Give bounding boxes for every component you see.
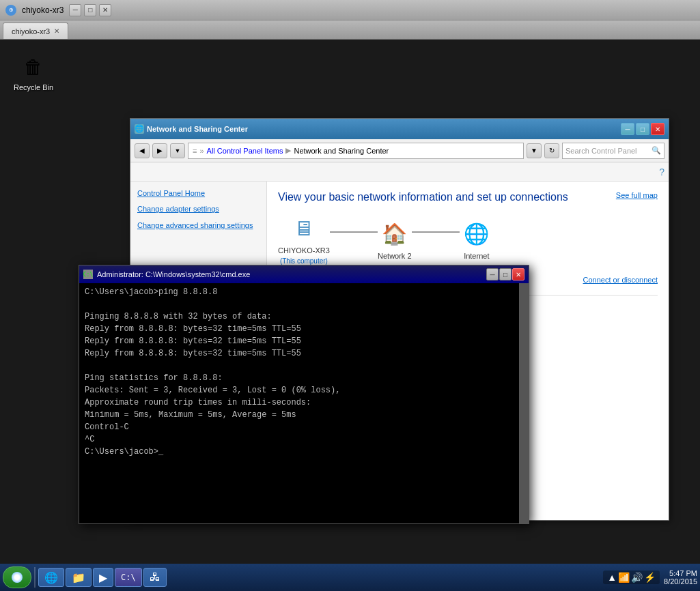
breadcrumb-current: Network and Sharing Center [294,147,389,155]
cp-header: View your basic network information and … [278,191,568,203]
clock-time: 5:47 PM [669,569,697,577]
cp-win-buttons: ─ □ ✕ [621,123,664,135]
cp-titlebar: 🌐 Network and Sharing Center ─ □ ✕ [130,119,669,139]
address-dropdown-btn[interactable]: ▼ [527,143,542,158]
cp-minimize-btn[interactable]: ─ [621,123,634,135]
systray-expand-icon[interactable]: ▲ [607,572,617,583]
cmd-line: C:\Users\jacob>ping 8.8.8.8 [85,286,514,298]
network-diagram: 🖥 CHIYOKO-XR3 (This computer) 🏠 Network … [278,213,658,265]
taskbar-btn-network[interactable]: 🖧 [143,568,167,587]
cmd-line: Reply from 8.8.8.8: bytes=32 time=5ms TT… [85,323,514,335]
internet-label: Internet [464,252,489,260]
folder-icon: 📁 [72,571,85,584]
start-orb-icon [12,572,23,583]
network-taskbar-icon: 🖧 [150,571,160,583]
recycle-bin-graphic: 🗑 [20,53,47,81]
system-clock[interactable]: 5:47 PM 8/20/2015 [664,569,697,586]
cmd-title: Administrator: C:\Windows\system32\cmd.e… [97,270,250,278]
recycle-bin-label: Recycle Bin [14,83,53,91]
cmd-line: Reply from 8.8.8.8: bytes=32 time=5ms TT… [85,335,514,347]
taskbar-divider-1 [34,567,36,588]
cmd-line: Ping statistics for 8.8.8.8: [85,372,514,384]
cp-addressbar: ◀ ▶ ▼ ≡ » All Control Panel Items ▶ Netw… [130,139,669,162]
start-button[interactable] [3,566,31,588]
taskbar-btn-ie[interactable]: 🌐 [38,568,64,587]
cmd-minimize-btn[interactable]: ─ [486,268,499,280]
system-close-btn[interactable]: ✕ [99,4,111,16]
connect-or-disconnect-link[interactable]: Connect or disconnect [583,276,658,284]
breadcrumb-root: ≡ [193,147,197,155]
breadcrumb-sep2: ▶ [285,146,291,155]
tab-label: chiyoko-xr3 [12,27,50,35]
search-placeholder: Search Control Panel [565,147,637,155]
cmd-line: Approximate round trip times in milli-se… [85,397,514,409]
cmd-maximize-btn[interactable]: □ [499,268,512,280]
cmd-line [85,298,514,311]
system-win-buttons: ─ □ ✕ [69,4,111,16]
media-icon: ▶ [99,571,107,584]
ie-icon: 🌐 [44,571,58,584]
breadcrumb-link1[interactable]: All Control Panel Items [207,147,283,155]
refresh-button[interactable]: ▼ [170,143,185,158]
system-minimize-btn[interactable]: ─ [69,4,81,16]
taskbar-btn-media[interactable]: ▶ [93,568,113,587]
net-item-internet: 🌐 Internet [460,218,494,260]
system-titlebar: ⊕ chiyoko-xr3 ─ □ ✕ [0,0,700,20]
net-item-computer: 🖥 CHIYOKO-XR3 (This computer) [278,213,330,265]
internet-globe-icon: 🌐 [460,218,494,249]
search-box[interactable]: Search Control Panel 🔍 [562,143,664,159]
cmd-icon: C:\ [83,270,93,279]
cmd-line: ^C [85,433,514,446]
see-full-map-link[interactable]: See full map [616,191,658,199]
desktop: 🗑 Recycle Bin 🌐 Network and Sharing Cent… [0,40,700,591]
forward-button[interactable]: ▶ [152,143,167,158]
cmd-line: Minimum = 5ms, Maximum = 5ms, Average = … [85,409,514,421]
computer-icon: 🖥 [287,213,321,244]
cp-window-icon: 🌐 [135,124,144,134]
cmd-line: Pinging 8.8.8.8 with 32 bytes of data: [85,311,514,323]
system-maximize-btn[interactable]: □ [84,4,96,16]
address-breadcrumb[interactable]: ≡ » All Control Panel Items ▶ Network an… [188,143,524,159]
systray-volume-icon: 🔊 [631,572,643,583]
cmd-line: Packets: Sent = 3, Received = 3, Lost = … [85,384,514,397]
cmd-titlebar: C:\ Administrator: C:\Windows\system32\c… [79,265,529,283]
cmd-body: C:\Users\jacob>ping 8.8.8.8 Pinging 8.8.… [79,283,529,523]
cp-title-left: 🌐 Network and Sharing Center [135,124,248,134]
sidebar-change-advanced-sharing[interactable]: Change advanced sharing settings [137,220,260,231]
refresh-nav-btn[interactable]: ↻ [544,143,559,158]
help-button[interactable]: ? [659,167,664,177]
cp-toolbar: ? [130,162,669,182]
search-icon: 🔍 [652,146,661,155]
taskbar-btn-folder[interactable]: 📁 [66,568,92,587]
cmd-window: C:\ Administrator: C:\Windows\system32\c… [79,265,529,524]
sidebar-change-adapter[interactable]: Change adapter settings [137,204,260,214]
cp-window-title: Network and Sharing Center [147,125,248,133]
taskbar-btn-cmd[interactable]: C:\ [115,568,142,587]
cmd-scrollbar[interactable] [519,283,529,523]
system-title: chiyoko-xr3 [22,5,64,15]
cmd-content[interactable]: C:\Users\jacob>ping 8.8.8.8 Pinging 8.8.… [79,283,519,523]
sidebar-control-panel-home[interactable]: Control Panel Home [137,188,260,199]
cmd-win-buttons: ─ □ ✕ [486,268,524,280]
breadcrumb-sep1: » [199,147,204,155]
net-line-2 [412,231,460,233]
cmd-line: C:\Users\jacob>_ [85,446,514,458]
computer-label: CHIYOKO-XR3 [278,246,330,255]
system-icon: ⊕ [5,5,16,16]
tab-main[interactable]: chiyoko-xr3 ✕ [3,23,68,39]
clock-date: 8/20/2015 [664,577,697,586]
net-item-network: 🏠 Network 2 [378,218,412,260]
cp-maximize-btn[interactable]: □ [636,123,649,135]
cmd-scroll-track [519,283,529,523]
taskbar-right: ▲ 📶 🔊 ⚡ 5:47 PM 8/20/2015 [603,569,697,586]
cmd-title-left: C:\ Administrator: C:\Windows\system32\c… [83,270,250,279]
systray-power-icon: ⚡ [644,572,656,583]
network-house-icon: 🏠 [378,218,412,249]
recycle-bin-icon[interactable]: 🗑 Recycle Bin [14,53,53,91]
taskbar: 🌐 📁 ▶ C:\ 🖧 ▲ 📶 🔊 ⚡ 5:47 PM 8/20/2015 [0,564,700,591]
cp-close-btn[interactable]: ✕ [651,123,664,135]
back-button[interactable]: ◀ [135,143,150,158]
tab-close-btn[interactable]: ✕ [54,27,59,35]
cmd-close-btn[interactable]: ✕ [512,268,524,280]
systray-network-icon: 📶 [618,572,630,583]
